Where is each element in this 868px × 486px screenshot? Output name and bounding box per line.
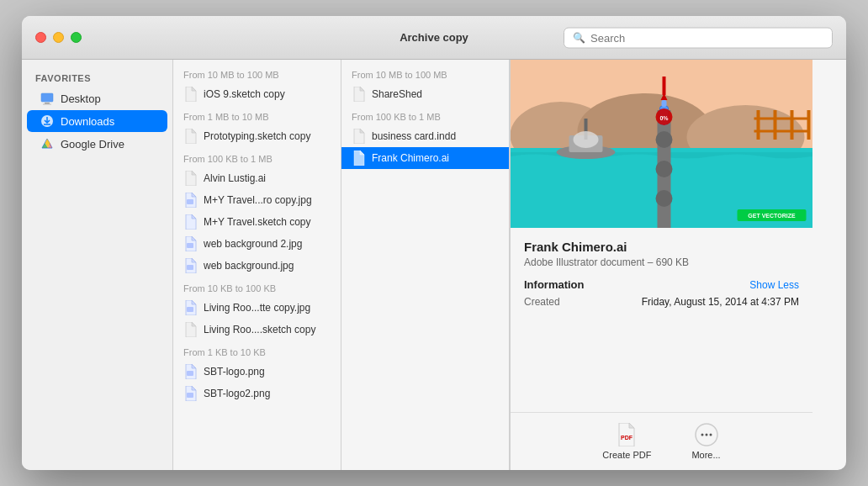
more-button[interactable]: More... xyxy=(691,423,720,460)
file-icon xyxy=(183,364,197,379)
main-content: Favorites Desktop Downloads xyxy=(22,60,846,470)
search-bar: 🔍 xyxy=(564,27,833,48)
list-item[interactable]: Alvin Lustig.ai xyxy=(173,167,341,189)
search-icon: 🔍 xyxy=(573,32,585,44)
col2-group1-label: From 10 MB to 100 MB xyxy=(341,63,509,83)
list-item[interactable]: web background.jpg xyxy=(173,255,341,277)
item-name: business card.indd xyxy=(372,130,456,142)
list-item[interactable]: web background 2.jpg xyxy=(173,233,341,255)
item-name: web background.jpg xyxy=(204,260,294,272)
list-item[interactable]: SBT-logo.png xyxy=(173,361,341,383)
svg-point-42 xyxy=(705,434,707,436)
create-pdf-label: Create PDF xyxy=(602,450,651,460)
item-name: Prototyping.sketch copy xyxy=(204,130,310,142)
selected-item-name: Frank Chimero.ai xyxy=(372,152,449,164)
search-input[interactable] xyxy=(590,31,823,44)
titlebar: Archive copy 🔍 xyxy=(22,16,846,60)
created-value: Friday, August 15, 2014 at 4:37 PM xyxy=(642,296,799,308)
col1-group5-label: From 1 KB to 10 KB xyxy=(173,341,341,361)
svg-rect-0 xyxy=(41,93,53,102)
sidebar-item-downloads[interactable]: Downloads xyxy=(27,110,167,132)
file-icon xyxy=(183,322,197,337)
search-wrapper: 🔍 xyxy=(564,27,833,48)
item-name: web background 2.jpg xyxy=(204,238,302,250)
gdrive-label: Google Drive xyxy=(61,138,124,151)
selected-list-item[interactable]: Frank Chimero.ai xyxy=(341,147,509,169)
list-item[interactable]: SBT-logo2.png xyxy=(173,383,341,404)
item-name: iOS 9.sketch copy xyxy=(204,88,285,100)
item-name: Living Roo...tte copy.jpg xyxy=(204,302,310,314)
sidebar: Favorites Desktop Downloads xyxy=(22,60,173,470)
sidebar-section-label: Favorites xyxy=(22,70,172,87)
preview-panel: 0% GET VECTORIZE Fr xyxy=(510,60,812,470)
svg-point-43 xyxy=(709,434,712,436)
preview-filetype: Adobe Illustrator document – 690 KB xyxy=(524,256,799,268)
preview-info: Frank Chimero.ai Adobe Illustrator docum… xyxy=(511,228,812,412)
list-item[interactable]: Living Roo....sketch copy xyxy=(173,319,341,341)
desktop-label: Desktop xyxy=(61,92,101,105)
col1-group4-label: From 10 KB to 100 KB xyxy=(173,277,341,297)
sidebar-item-gdrive[interactable]: Google Drive xyxy=(27,133,167,155)
svg-rect-10 xyxy=(187,371,193,376)
column-2: From 10 MB to 100 MB ShareShed From 100 … xyxy=(341,60,510,470)
preview-actions: PDF Create PDF More... xyxy=(511,412,812,470)
list-item[interactable]: ShareShed xyxy=(341,83,509,105)
file-icon xyxy=(183,300,197,315)
svg-point-22 xyxy=(656,131,673,148)
list-item[interactable]: business card.indd xyxy=(341,125,509,147)
item-name: Alvin Lustig.ai xyxy=(204,172,266,184)
window-title: Archive copy xyxy=(400,31,468,44)
file-icon xyxy=(183,386,197,401)
item-name: ShareShed xyxy=(372,88,422,100)
create-pdf-button[interactable]: PDF Create PDF xyxy=(602,423,651,460)
preview-svg: 0% GET VECTORIZE xyxy=(511,60,812,228)
file-icon xyxy=(183,129,197,144)
svg-text:GET VECTORIZE: GET VECTORIZE xyxy=(748,213,796,219)
maximize-button[interactable] xyxy=(71,32,82,43)
svg-rect-11 xyxy=(187,393,193,398)
svg-point-23 xyxy=(656,161,673,177)
svg-rect-6 xyxy=(187,199,193,204)
list-item[interactable]: M+Y Travel...ro copy.jpg xyxy=(173,189,341,211)
file-icon xyxy=(352,129,365,144)
downloads-icon xyxy=(40,114,54,128)
close-button[interactable] xyxy=(35,32,46,43)
svg-text:0%: 0% xyxy=(659,115,669,121)
item-name: SBT-logo2.png xyxy=(204,388,270,399)
col1-group3-label: From 100 KB to 1 MB xyxy=(173,147,341,167)
svg-point-24 xyxy=(656,190,673,207)
file-icon xyxy=(183,87,197,102)
pdf-icon: PDF xyxy=(615,423,638,446)
item-name: SBT-logo.png xyxy=(204,366,265,378)
sidebar-item-desktop[interactable]: Desktop xyxy=(27,87,167,109)
item-name: Living Roo....sketch copy xyxy=(204,324,315,335)
list-item[interactable]: M+Y Travel.sketch copy xyxy=(173,211,341,233)
info-row-created: Created Friday, August 15, 2014 at 4:37 … xyxy=(524,296,799,308)
created-key: Created xyxy=(524,296,560,308)
more-label: More... xyxy=(691,450,720,460)
info-label: Information xyxy=(524,278,585,291)
list-item[interactable]: Living Roo...tte copy.jpg xyxy=(173,297,341,319)
list-item[interactable]: iOS 9.sketch copy xyxy=(173,83,341,105)
finder-window: Archive copy 🔍 Favorites Desktop xyxy=(22,16,846,470)
col1-group1-label: From 10 MB to 100 MB xyxy=(173,63,341,83)
svg-rect-26 xyxy=(662,100,667,107)
file-icon xyxy=(183,258,197,273)
svg-text:PDF: PDF xyxy=(621,435,633,441)
file-icon xyxy=(183,214,197,230)
svg-rect-9 xyxy=(187,307,193,312)
preview-image: 0% GET VECTORIZE xyxy=(511,60,812,228)
gdrive-icon xyxy=(40,137,54,151)
more-icon xyxy=(695,423,718,446)
minimize-button[interactable] xyxy=(53,32,64,43)
show-less-button[interactable]: Show Less xyxy=(749,279,799,291)
svg-point-20 xyxy=(574,131,599,148)
downloads-label: Downloads xyxy=(61,115,114,128)
file-icon xyxy=(183,236,197,251)
preview-filename: Frank Chimero.ai xyxy=(524,240,799,254)
svg-rect-7 xyxy=(187,243,193,248)
svg-rect-1 xyxy=(45,103,50,104)
svg-point-41 xyxy=(701,434,703,436)
file-icon-selected xyxy=(352,151,365,166)
list-item[interactable]: Prototyping.sketch copy xyxy=(173,125,341,147)
